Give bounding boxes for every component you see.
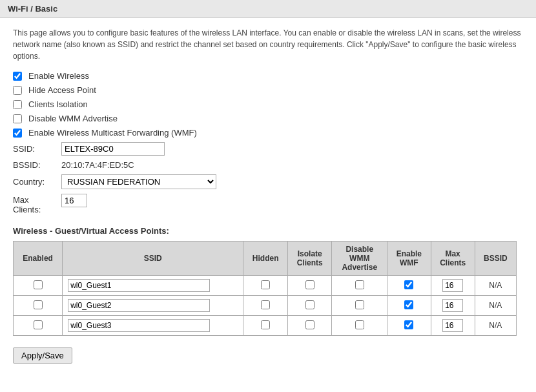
guest-table: Enabled SSID Hidden IsolateClients Disab… [13, 241, 517, 336]
row2-disable-wmm-cell [332, 296, 387, 316]
enable-wireless-row: Enable Wireless [13, 71, 523, 81]
row3-max-clients-input[interactable] [442, 319, 463, 332]
row2-isolate-checkbox[interactable] [305, 300, 314, 309]
row3-disable-wmm-cell [332, 316, 387, 336]
clients-isolation-row: Clients Isolation [13, 99, 523, 109]
ssid-row: SSID: [13, 142, 523, 156]
hide-access-point-label: Hide Access Point [28, 85, 96, 95]
enable-wireless-checkbox[interactable] [13, 72, 22, 81]
col-isolate: IsolateClients [288, 242, 332, 276]
row1-ssid-cell [63, 276, 243, 296]
guest-section-title: Wireless - Guest/Virtual Access Points: [13, 226, 523, 236]
disable-wmm-checkbox[interactable] [13, 114, 22, 123]
table-row: N/A [14, 316, 517, 336]
col-hidden: Hidden [243, 242, 288, 276]
row1-enabled-cell [14, 276, 63, 296]
clients-isolation-label: Clients Isolation [28, 99, 88, 109]
row2-enabled-cell [14, 296, 63, 316]
page-title: Wi-Fi / Basic [8, 4, 57, 14]
row3-hidden-checkbox[interactable] [261, 320, 270, 329]
country-select[interactable]: RUSSIAN FEDERATION [61, 174, 216, 189]
row3-isolate-checkbox[interactable] [305, 320, 314, 329]
description-text: This page allows you to configure basic … [13, 27, 523, 62]
col-disable-wmm: DisableWMMAdvertise [332, 242, 387, 276]
row2-hidden-cell [243, 296, 288, 316]
row3-enable-wmf-cell [387, 316, 431, 336]
disable-wmm-row: Disable WMM Advertise [13, 114, 523, 123]
col-bssid: BSSID [475, 242, 516, 276]
row3-ssid-input[interactable] [68, 319, 210, 332]
enable-wireless-label: Enable Wireless [28, 71, 89, 81]
row2-disable-wmm-checkbox[interactable] [355, 300, 364, 309]
row3-enabled-checkbox[interactable] [34, 320, 43, 329]
table-row: N/A [14, 276, 517, 296]
max-clients-row: MaxClients: [13, 194, 523, 214]
row1-enable-wmf-checkbox[interactable] [404, 280, 413, 289]
table-row: N/A [14, 296, 517, 316]
row3-hidden-cell [243, 316, 288, 336]
table-header-row: Enabled SSID Hidden IsolateClients Disab… [14, 242, 517, 276]
enable-wmf-checkbox[interactable] [13, 129, 22, 138]
row2-ssid-input[interactable] [68, 299, 210, 312]
row1-max-clients-input[interactable] [442, 279, 463, 292]
apply-save-button[interactable]: Apply/Save [13, 347, 72, 364]
row1-isolate-checkbox[interactable] [305, 280, 314, 289]
col-enabled: Enabled [14, 242, 63, 276]
row1-disable-wmm-cell [332, 276, 387, 296]
col-max-clients: MaxClients [431, 242, 475, 276]
bssid-label: BSSID: [13, 160, 61, 170]
row3-enabled-cell [14, 316, 63, 336]
row1-hidden-checkbox[interactable] [261, 280, 270, 289]
ssid-input[interactable] [61, 142, 165, 156]
row3-max-clients-cell [431, 316, 475, 336]
row1-ssid-input[interactable] [68, 279, 210, 292]
row2-max-clients-cell [431, 296, 475, 316]
hide-access-point-checkbox[interactable] [13, 86, 22, 95]
disable-wmm-label: Disable WMM Advertise [28, 114, 118, 123]
row3-disable-wmm-checkbox[interactable] [355, 320, 364, 329]
row2-enable-wmf-checkbox[interactable] [404, 300, 413, 309]
row2-hidden-checkbox[interactable] [261, 300, 270, 309]
row2-isolate-cell [288, 296, 332, 316]
clients-isolation-checkbox[interactable] [13, 100, 22, 109]
ssid-label: SSID: [13, 144, 61, 154]
row2-enabled-checkbox[interactable] [34, 300, 43, 309]
row1-enabled-checkbox[interactable] [34, 280, 43, 289]
bssid-value: 20:10:7A:4F:ED:5C [61, 160, 134, 170]
country-label: Country: [13, 177, 61, 187]
row3-isolate-cell [288, 316, 332, 336]
max-clients-label: MaxClients: [13, 194, 61, 214]
row2-bssid-cell: N/A [475, 296, 516, 316]
row3-ssid-cell [63, 316, 243, 336]
row2-ssid-cell [63, 296, 243, 316]
page-header: Wi-Fi / Basic [0, 0, 536, 18]
row1-isolate-cell [288, 276, 332, 296]
row1-max-clients-cell [431, 276, 475, 296]
col-enable-wmf: EnableWMF [387, 242, 431, 276]
enable-wmf-label: Enable Wireless Multicast Forwarding (WM… [28, 128, 197, 138]
max-clients-input[interactable] [61, 194, 87, 207]
row1-disable-wmm-checkbox[interactable] [355, 280, 364, 289]
row1-enable-wmf-cell [387, 276, 431, 296]
row2-max-clients-input[interactable] [442, 299, 463, 312]
row3-bssid-cell: N/A [475, 316, 516, 336]
bssid-row: BSSID: 20:10:7A:4F:ED:5C [13, 160, 523, 170]
row3-enable-wmf-checkbox[interactable] [404, 320, 413, 329]
hide-access-point-row: Hide Access Point [13, 85, 523, 95]
country-row: Country: RUSSIAN FEDERATION [13, 174, 523, 189]
row1-bssid-cell: N/A [475, 276, 516, 296]
col-ssid: SSID [63, 242, 243, 276]
row2-enable-wmf-cell [387, 296, 431, 316]
row1-hidden-cell [243, 276, 288, 296]
enable-wmf-row: Enable Wireless Multicast Forwarding (WM… [13, 128, 523, 138]
